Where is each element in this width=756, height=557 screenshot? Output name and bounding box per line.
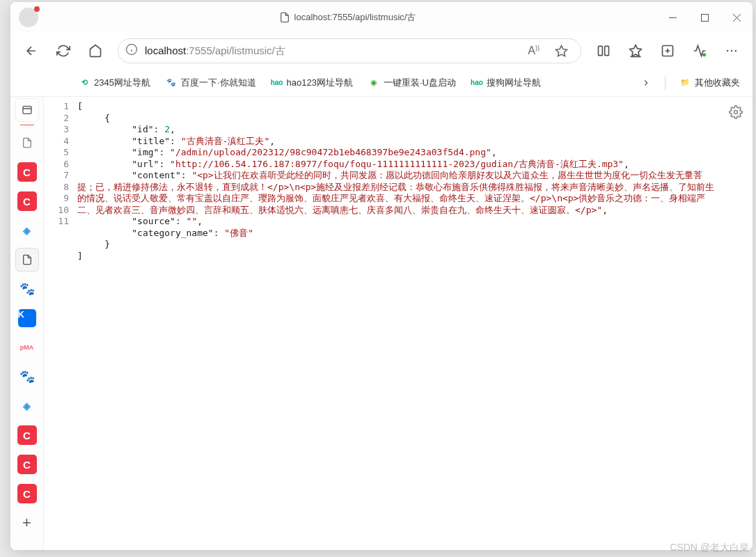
back-button[interactable] [17,37,45,65]
json-code: [ { "id": 2, "title": "古典清音-滇红工夫", "img"… [74,97,753,550]
workspace: C C ◈ 🐾 K pMA 🐾 ◈ C C C + 1234567 891011… [10,97,753,550]
settings-icon[interactable] [729,105,743,122]
sidebar-baidu[interactable]: 🐾 [15,277,39,301]
favorites-button[interactable] [622,37,649,65]
url-text: localhost:7555/api/listmusic/古 [145,45,522,58]
svg-rect-1 [701,14,708,21]
bookmark-2345[interactable]: ⟲2345网址导航 [74,74,155,92]
favorite-icon[interactable] [555,45,568,58]
split-screen-button[interactable] [590,37,617,65]
bookmarks-bar: ⟲2345网址导航 🐾百度一下·你就知道 haohao123网址导航 ◉一键重装… [10,69,753,97]
refresh-button[interactable] [49,37,77,65]
content-area: 1234567 891011 [ { "id": 2, "title": "古典… [44,97,753,550]
address-bar[interactable]: localhost:7555/api/listmusic/古 A)) [118,38,581,63]
more-button[interactable] [718,37,746,65]
sidebar-c4[interactable]: C [15,453,39,476]
bookmark-reinstall[interactable]: ◉一键重装·U盘启动 [364,74,460,92]
title-text: localhost:7555/api/listmusic/古 [294,11,416,24]
home-button[interactable] [81,37,109,65]
sidebar-cube-2[interactable]: ◈ [15,394,39,418]
svg-rect-19 [23,107,31,114]
site-info-icon[interactable] [125,43,138,58]
toolbar: localhost:7555/api/listmusic/古 A)) [10,33,753,69]
sidebar-doc-active[interactable] [15,248,39,272]
browser-window: localhost:7555/api/listmusic/古 localhost… [10,2,753,550]
line-numbers: 1234567 891011 [44,97,74,550]
svg-marker-10 [630,45,642,56]
svg-rect-8 [599,46,603,55]
collections-button[interactable] [654,37,682,65]
sidebar-cube-1[interactable]: ◈ [15,219,39,242]
svg-point-17 [731,50,733,52]
bookmark-sogou[interactable]: hao搜狗网址导航 [467,74,545,92]
svg-point-16 [727,50,729,52]
bookmark-hao123[interactable]: haohao123网址导航 [267,74,357,92]
maximize-button[interactable] [688,2,720,33]
sidebar-c2[interactable]: C [15,189,39,213]
other-favorites[interactable]: 📁其他收藏夹 [675,74,744,92]
bookmark-overflow[interactable] [637,75,655,91]
minimize-button[interactable] [656,2,688,33]
sidebar-doc-1[interactable] [15,131,39,155]
performance-button[interactable] [686,37,714,65]
read-aloud-icon[interactable]: A)) [528,45,540,57]
sidebar: C C ◈ 🐾 K pMA 🐾 ◈ C C C + [10,97,44,550]
bookmark-baidu[interactable]: 🐾百度一下·你就知道 [162,74,260,92]
window-controls [656,2,753,33]
sidebar-add[interactable]: + [15,511,39,535]
svg-point-15 [702,53,706,56]
watermark: CSDN @老大白菜 [670,542,749,554]
profile-avatar[interactable] [19,8,38,27]
sidebar-c5[interactable]: C [15,482,39,505]
sidebar-k[interactable]: K [15,306,39,330]
sidebar-pma[interactable]: pMA [15,336,39,359]
svg-rect-9 [605,46,609,55]
sidebar-c1[interactable]: C [15,160,39,184]
close-button[interactable] [720,2,753,33]
page-icon [279,12,290,23]
window-title: localhost:7555/api/listmusic/古 [38,11,656,24]
svg-point-18 [735,50,737,52]
svg-marker-7 [556,45,567,56]
sidebar-baidu-2[interactable]: 🐾 [15,365,39,389]
sidebar-tab-1[interactable] [15,98,39,122]
title-bar: localhost:7555/api/listmusic/古 [10,2,753,33]
sidebar-c3[interactable]: C [15,423,39,447]
svg-point-21 [734,111,738,114]
